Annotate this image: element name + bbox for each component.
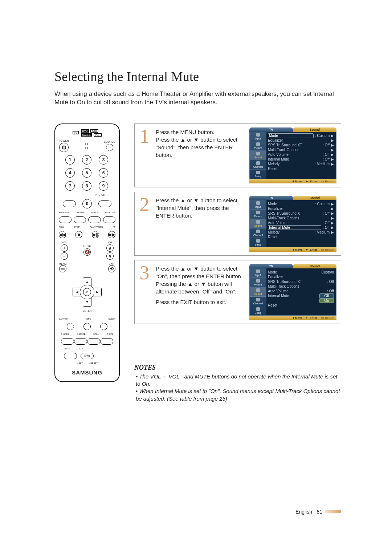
step-1: 1 Press the MENU button. Press the ▲ or … <box>134 123 341 187</box>
osd2-row-eq: Equalizer <box>268 207 330 211</box>
still-button[interactable] <box>87 338 100 345</box>
osd2-side-input: Input <box>250 200 266 210</box>
osd2-row-autov: Auto Volume <box>268 221 321 225</box>
osd-row-eq: Equalizer <box>268 138 330 142</box>
osd2-btn-move: Move <box>295 248 302 251</box>
ff-button[interactable]: ▶▶ <box>108 231 115 238</box>
psize-label: P.SIZE <box>107 333 113 335</box>
key-dash[interactable]: – <box>63 200 76 207</box>
osd3-btn-return: Return <box>325 316 334 320</box>
osd3-opt-on: On <box>319 298 334 303</box>
wiselink-button[interactable] <box>103 216 116 223</box>
reset-label: RESET <box>90 362 98 364</box>
page-title: Selecting the Internal Mute <box>54 69 341 84</box>
page-footer: English - 81 <box>295 509 341 515</box>
step-2: 2 Press the ▲ or ▼ button to select "Int… <box>134 192 341 256</box>
menu-button[interactable]: ▭ <box>59 265 66 272</box>
vol-down[interactable]: − <box>61 252 68 260</box>
key-9[interactable]: 9 <box>99 181 108 191</box>
chmgr-button[interactable] <box>74 216 86 223</box>
psize-button[interactable] <box>100 338 113 345</box>
src-vcr: VCR <box>94 133 102 137</box>
set-label: SET <box>78 362 83 364</box>
srs-button[interactable]: ((●)) <box>81 353 94 359</box>
step-1-text-b: Press the ▲ or ▼ button to select "Sound… <box>156 136 244 159</box>
src-tv: TV <box>73 131 79 134</box>
osd-side-picture: Picture <box>250 141 266 151</box>
osd-btn-return: Return <box>325 180 334 183</box>
osd-row-mode: Mode <box>268 133 314 138</box>
osd2-side-picture: Picture <box>250 210 266 219</box>
ch-up[interactable]: ∧ <box>106 244 114 252</box>
key-8[interactable]: 8 <box>82 181 91 191</box>
key-5[interactable]: 5 <box>82 168 91 178</box>
osd-screenshot-2: TV Sound Input Picture Sound Channel Set… <box>249 196 336 252</box>
src-cable: CABLE <box>81 133 92 137</box>
mute-label: MUTE <box>83 245 91 248</box>
osd-val-srs: : Off <box>323 143 330 147</box>
osd-screenshot-1: TV Sound Input Picture Sound Channel Set… <box>249 127 336 183</box>
key-2[interactable]: 2 <box>82 155 91 165</box>
osd3-val-mode: : Custom <box>319 270 334 274</box>
enter-label: ENTER <box>82 309 91 312</box>
antenna-button[interactable] <box>59 216 72 223</box>
smode-button[interactable] <box>74 338 87 345</box>
step-1-number: 1 <box>139 127 150 145</box>
mts-button[interactable] <box>64 353 77 359</box>
key-3[interactable]: 3 <box>99 155 108 165</box>
rew-button[interactable]: ◀◀ <box>59 231 66 238</box>
chmgr-label: CH.MGR <box>76 211 85 214</box>
source-label: SOURCE <box>104 141 115 143</box>
power-button[interactable]: ⏻ <box>59 143 69 152</box>
osd3-val-autov: : Off <box>327 289 334 293</box>
osd2-tab-title: Sound <box>293 196 336 200</box>
source-button[interactable] <box>106 144 113 151</box>
prech-button[interactable] <box>98 200 111 207</box>
osd3-row-eq: Equalizer <box>268 275 334 279</box>
osd-btn-enter: Enter <box>310 180 317 183</box>
srs-label: SRS <box>79 348 84 350</box>
key-4[interactable]: 4 <box>65 168 75 178</box>
pmode-button[interactable] <box>61 338 74 345</box>
step-3-text-b: Pressing the ▲ or ▼ button will alternat… <box>156 280 244 295</box>
vol-up[interactable]: + <box>61 244 68 252</box>
caption-label: CAPTION <box>59 318 69 320</box>
stop-button[interactable]: ■ <box>75 231 82 238</box>
step-3-text-a: Press the ▲ or ▼ button to select "On", … <box>156 265 244 280</box>
osd3-row-autov: Auto Volume <box>268 289 326 293</box>
caption-button[interactable] <box>67 323 74 330</box>
step-2-text: Press the ▲ or ▼ button to select "Inter… <box>156 196 244 219</box>
osd3-row-srs: SRS TruSurround XT <box>268 280 326 284</box>
note-1: The VOL +, VOL - and MUTE buttons do not… <box>136 373 341 388</box>
info-button[interactable] <box>83 323 91 330</box>
brand-logo: SAMSUNG <box>72 369 102 376</box>
osd2-side-channel: Channel <box>250 228 266 238</box>
key-0[interactable]: 0 <box>82 199 92 208</box>
osd-row-autov: Auto Volume <box>268 153 321 157</box>
key-6[interactable]: 6 <box>99 168 108 178</box>
favch-button[interactable] <box>88 216 101 223</box>
mute-button[interactable]: 🔇 <box>83 248 91 256</box>
osd2-row-mode: Mode <box>268 202 314 206</box>
sleep-button[interactable] <box>100 323 107 330</box>
power-label: POWER <box>59 139 69 142</box>
key-7[interactable]: 7 <box>65 181 75 191</box>
ch-down[interactable]: ∨ <box>106 252 114 260</box>
ff-label: FF <box>113 226 115 228</box>
play-label: PLAY/PAUSE <box>90 226 103 228</box>
ch-label: CH <box>108 241 112 244</box>
enter-button[interactable]: ↵ <box>80 285 94 299</box>
play-button[interactable]: ▶‖ <box>92 231 99 238</box>
osd-side-setup: Setup <box>250 170 266 179</box>
osd-screenshot-3: TV Sound Input Picture Sound Channel Set… <box>249 264 336 320</box>
osd3-row-imute: Internal Mute <box>268 294 318 298</box>
osd3-row-mode: Mode <box>268 270 318 274</box>
key-1[interactable]: 1 <box>65 155 75 165</box>
osd3-val-srs: : Off <box>327 280 334 284</box>
osd-row-srs: SRS TruSurround XT <box>268 143 321 147</box>
note-2: When Internal Mute is set to "On", Sound… <box>136 388 341 402</box>
osd3-side-setup: Setup <box>250 306 266 315</box>
osd-tab-tv: TV <box>249 127 293 132</box>
osd-row-imute: Internal Mute <box>268 157 321 161</box>
exit-button[interactable]: ⟲ <box>108 265 115 272</box>
